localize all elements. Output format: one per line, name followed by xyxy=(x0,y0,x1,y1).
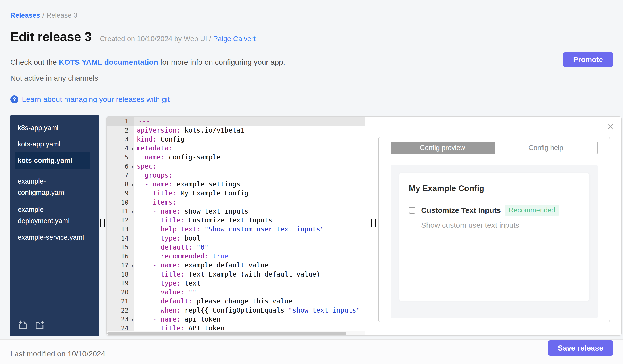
fold-arrow-icon[interactable]: ▾ xyxy=(131,263,134,268)
code-line-4[interactable]: 4▾metadata: xyxy=(107,144,365,153)
file-item-example-deployment.yaml[interactable]: example-deployment.yaml xyxy=(15,201,90,229)
git-releases-link[interactable]: Learn about managing your releases with … xyxy=(22,95,170,103)
file-list-top: k8s-app.yamlkots-app.yamlkots-config.yam… xyxy=(10,115,99,169)
file-item-kots-config.yaml[interactable]: kots-config.yaml xyxy=(15,152,90,169)
doc-note-suffix: for more info on configuring your app. xyxy=(160,58,285,66)
line-number: 22 xyxy=(107,306,134,315)
fold-arrow-icon[interactable]: ▾ xyxy=(131,209,134,214)
code-text: kind: Config xyxy=(134,135,365,144)
code-line-5[interactable]: 5 name: config-sample xyxy=(107,153,365,162)
line-number: 3 xyxy=(107,135,134,144)
editor-horizontal-scrollbar xyxy=(107,331,365,336)
author-link[interactable]: Paige Calvert xyxy=(213,35,256,43)
close-icon[interactable] xyxy=(606,122,615,131)
line-number: 18 xyxy=(107,270,134,279)
config-preview-panel: Config preview Config help My Example Co… xyxy=(365,117,622,336)
recommended-badge: Recommended xyxy=(505,204,559,216)
save-release-button[interactable]: Save release xyxy=(548,340,613,356)
code-text: - name: api_token xyxy=(134,315,365,324)
code-line-14[interactable]: 14 type: bool xyxy=(107,234,365,243)
file-item-example-service.yaml[interactable]: example-service.yaml xyxy=(15,229,90,246)
code-line-16[interactable]: 16 recommended: true xyxy=(107,252,365,261)
code-line-22[interactable]: 22 when: repl{{ ConfigOptionEquals "show… xyxy=(107,306,365,315)
line-number: 15 xyxy=(107,243,134,252)
code-line-2[interactable]: 2apiVersion: kots.io/v1beta1 xyxy=(107,126,365,135)
code-text: groups: xyxy=(134,171,365,180)
line-number: 12 xyxy=(107,216,134,225)
promote-button[interactable]: Promote xyxy=(563,52,613,67)
line-number: 21 xyxy=(107,297,134,306)
tab-config-help[interactable]: Config help xyxy=(494,142,598,154)
code-line-13[interactable]: 13 help_text: "Show custom user text inp… xyxy=(107,225,365,234)
footer-bar: Last modified on 10/10/2024 xyxy=(0,340,623,364)
code-line-20[interactable]: 20 value: "" xyxy=(107,288,365,297)
line-number: 6▾ xyxy=(107,162,134,171)
preview-resize-handle[interactable] xyxy=(371,219,376,227)
code-text: items: xyxy=(134,198,365,207)
code-text: - name: show_text_inputs xyxy=(134,207,365,216)
sidebar-resize-handle[interactable] xyxy=(100,219,106,227)
breadcrumb-releases-link[interactable]: Releases xyxy=(10,12,40,19)
code-line-6[interactable]: 6▾spec: xyxy=(107,162,365,171)
file-tree-divider xyxy=(15,170,95,171)
code-line-8[interactable]: 8▾ - name: example_settings xyxy=(107,180,365,189)
code-line-15[interactable]: 15 default: "0" xyxy=(107,243,365,252)
fold-arrow-icon[interactable]: ▾ xyxy=(131,182,134,187)
code-text: apiVersion: kots.io/v1beta1 xyxy=(134,126,365,135)
code-text: recommended: true xyxy=(134,252,365,261)
code-line-9[interactable]: 9 title: My Example Config xyxy=(107,189,365,198)
code-text: title: My Example Config xyxy=(134,189,365,198)
file-item-k8s-app.yaml[interactable]: k8s-app.yaml xyxy=(15,120,90,136)
code-line-18[interactable]: 18 title: Text Example (with default val… xyxy=(107,270,365,279)
code-text: help_text: "Show custom user text inputs… xyxy=(134,225,365,234)
code-line-17[interactable]: 17▾ - name: example_default_value xyxy=(107,261,365,270)
code-line-23[interactable]: 23▾ - name: api_token xyxy=(107,315,365,324)
code-text: --- xyxy=(134,117,365,126)
customize-text-inputs-checkbox[interactable] xyxy=(409,207,415,214)
scrollbar-thumb[interactable] xyxy=(108,332,346,335)
code-line-12[interactable]: 12 title: Customize Text Inputs xyxy=(107,216,365,225)
code-text: when: repl{{ ConfigOptionEquals "show_te… xyxy=(134,306,365,315)
line-number: 14 xyxy=(107,234,134,243)
config-group-title: My Example Config xyxy=(409,184,589,193)
fold-arrow-icon[interactable]: ▾ xyxy=(131,164,134,169)
code-line-3[interactable]: 3kind: Config xyxy=(107,135,365,144)
file-tree-sidebar: k8s-app.yamlkots-app.yamlkots-config.yam… xyxy=(10,115,99,336)
config-item-row: Customize Text Inputs Recommended xyxy=(409,204,589,216)
code-text: title: Customize Text Inputs xyxy=(134,216,365,225)
code-text: spec: xyxy=(134,162,365,171)
code-line-19[interactable]: 19 type: text xyxy=(107,279,365,288)
new-file-icon[interactable] xyxy=(18,320,28,330)
code-text: default: "0" xyxy=(134,243,365,252)
kots-yaml-doc-link[interactable]: KOTS YAML documentation xyxy=(59,58,158,66)
line-number: 2 xyxy=(107,126,134,135)
yaml-code-editor[interactable]: 1---2apiVersion: kots.io/v1beta13kind: C… xyxy=(107,117,365,336)
breadcrumb-separator: / xyxy=(42,12,44,19)
fold-arrow-icon[interactable]: ▾ xyxy=(131,317,134,322)
code-line-1[interactable]: 1--- xyxy=(107,117,365,126)
last-modified-text: Last modified on 10/10/2024 xyxy=(10,349,105,358)
code-line-7[interactable]: 7 groups: xyxy=(107,171,365,180)
line-number: 9 xyxy=(107,189,134,198)
created-prefix: Created on 10/10/2024 by Web UI / xyxy=(100,35,213,43)
line-number: 1 xyxy=(107,117,134,126)
code-text: title: Text Example (with default value) xyxy=(134,270,365,279)
config-group-card: My Example Config Customize Text Inputs … xyxy=(400,173,589,301)
code-line-10[interactable]: 10 items: xyxy=(107,198,365,207)
config-item-label: Customize Text Inputs xyxy=(421,206,501,215)
line-number: 7 xyxy=(107,171,134,180)
tab-config-preview[interactable]: Config preview xyxy=(391,142,494,154)
code-line-11[interactable]: 11▾ - name: show_text_inputs xyxy=(107,207,365,216)
code-text: - name: example_default_value xyxy=(134,261,365,270)
code-text: default: please change this value xyxy=(134,297,365,306)
code-text: name: config-sample xyxy=(134,153,365,162)
question-mark-icon: ? xyxy=(10,95,18,103)
code-line-21[interactable]: 21 default: please change this value xyxy=(107,297,365,306)
file-item-kots-app.yaml[interactable]: kots-app.yaml xyxy=(15,136,90,152)
new-folder-icon[interactable] xyxy=(35,320,45,330)
file-item-example-configmap.yaml[interactable]: example-configmap.yaml xyxy=(15,173,90,201)
file-list-bottom: example-configmap.yamlexample-deployment… xyxy=(10,173,99,246)
line-number: 20 xyxy=(107,288,134,297)
config-render-area: My Example Config Customize Text Inputs … xyxy=(391,165,598,318)
fold-arrow-icon[interactable]: ▾ xyxy=(131,146,134,151)
